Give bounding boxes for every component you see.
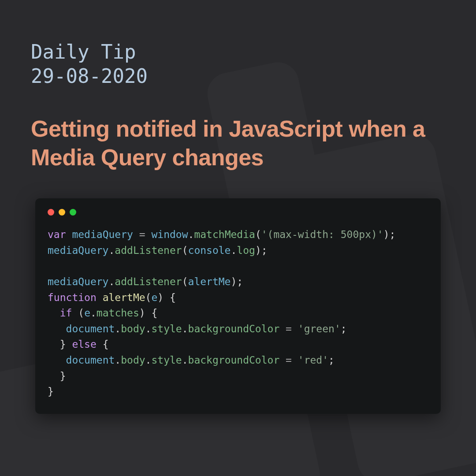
- close-icon: [48, 209, 54, 216]
- eyebrow-line2: 29-08-2020: [31, 64, 445, 88]
- code-window: var mediaQuery = window.matchMedia('(max…: [35, 198, 441, 414]
- eyebrow-line1: Daily Tip: [31, 40, 445, 64]
- minimize-icon: [59, 209, 65, 216]
- window-traffic-lights: [48, 209, 428, 216]
- maximize-icon: [70, 209, 76, 216]
- page-title: Getting notified in JavaScript when a Me…: [31, 115, 445, 172]
- eyebrow: Daily Tip 29-08-2020: [31, 40, 445, 88]
- code-block: var mediaQuery = window.matchMedia('(max…: [48, 227, 428, 400]
